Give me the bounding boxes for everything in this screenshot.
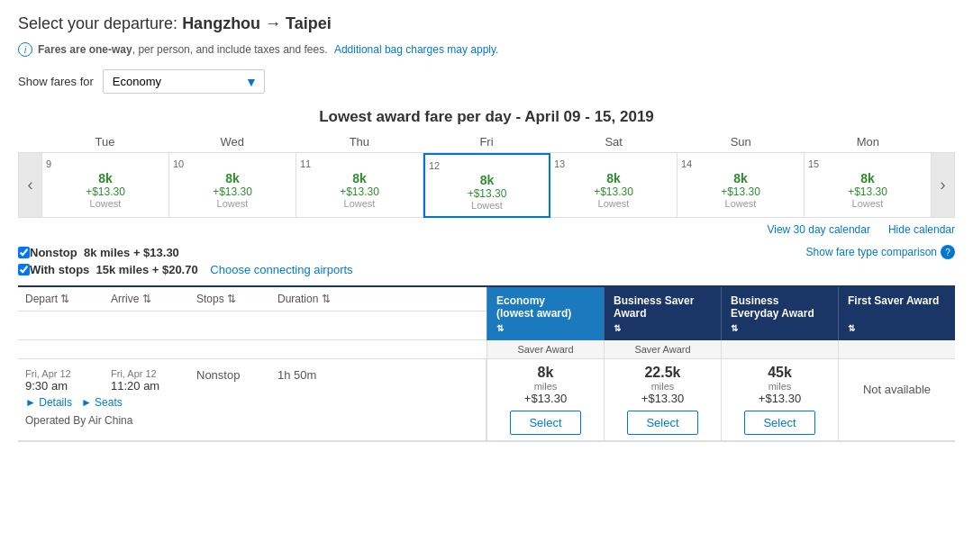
fares-label: Show fares for — [18, 75, 94, 88]
cal-cell-14[interactable]: 14 8k +$13.30 Lowest — [677, 153, 805, 218]
sub-header-economy-award: Saver Award — [486, 340, 604, 359]
bag-charges-link[interactable]: Additional bag charges may apply. — [334, 43, 499, 56]
cal-cell-10[interactable]: 10 8k +$13.30 Lowest — [169, 153, 296, 218]
page-container: Select your departure: Hangzhou → Taipei… — [0, 0, 973, 456]
view-30-day-link[interactable]: View 30 day calendar — [767, 223, 870, 236]
connecting-airports-link[interactable]: Choose connecting airports — [210, 263, 352, 276]
economy-col-title: Economy (lowest award) — [496, 294, 595, 320]
economy-select-button[interactable]: Select — [510, 411, 580, 435]
calendar-title: Lowest award fare per day - April 09 - 1… — [18, 108, 955, 126]
business-saver-fare-cell: 22.5k miles +$13.30 Select — [604, 359, 721, 441]
info-icon: i — [18, 42, 32, 57]
duration-col-label[interactable]: Duration ⇅ — [277, 293, 377, 305]
depart-time: 9:30 am — [25, 379, 111, 393]
with-stops-filter-row: With stops 15k miles + $20.70 Choose con… — [18, 263, 955, 276]
with-stops-value: 15k miles + $20.70 — [96, 263, 198, 276]
details-link[interactable]: ► Details — [25, 396, 72, 409]
cal-day-tue: Tue — [41, 135, 168, 149]
nonstop-value: 8k miles + $13.30 — [84, 246, 179, 259]
cal-day-sat: Sat — [550, 135, 677, 149]
beveryday-miles: 45k — [759, 365, 801, 381]
col-header-business-saver: Business Saver Award ⇅ — [604, 287, 721, 340]
beveryday-col-title: Business Everyday Award — [731, 294, 829, 320]
with-stops-label: With stops — [30, 263, 89, 276]
beveryday-sort[interactable]: ⇅ — [731, 323, 829, 333]
cal-nav-left[interactable]: ‹ — [19, 153, 42, 218]
nonstop-label: Nonstop — [30, 246, 77, 259]
fares-row: Show fares for Economy Business First ▼ — [18, 69, 955, 94]
bsaver-col-title: Business Saver Award — [614, 294, 712, 320]
calendar-days-header: Tue Wed Thu Fri Sat Sun Mon — [18, 135, 955, 149]
with-stops-checkbox[interactable] — [18, 264, 30, 275]
cal-day-wed: Wed — [168, 135, 296, 149]
operated-by: Operated By Air China — [25, 414, 478, 427]
economy-miles-unit: miles — [524, 381, 567, 392]
cal-cell-13[interactable]: 13 8k +$13.30 Lowest — [550, 153, 677, 218]
title-prefix: Select your departure: — [18, 14, 177, 32]
bsaver-sort[interactable]: ⇅ — [614, 323, 712, 333]
economy-sort[interactable]: ⇅ — [496, 323, 595, 333]
flight-info-cell: Fri, Apr 12 9:30 am Fri, Apr 12 11:20 am… — [18, 359, 486, 441]
help-icon[interactable]: ? — [941, 245, 955, 259]
economy-fare-cell: 8k miles +$13.30 Select — [486, 359, 604, 441]
beveryday-select-button[interactable]: Select — [744, 411, 814, 435]
col-header-business-everyday: Business Everyday Award ⇅ — [721, 287, 838, 340]
cal-day-mon: Mon — [805, 135, 932, 149]
cal-nav-right-placeholder — [932, 135, 955, 149]
cal-cell-11[interactable]: 11 8k +$13.30 Lowest — [296, 153, 423, 218]
calendar-links: View 30 day calendar Hide calendar — [18, 223, 955, 236]
flight-duration: 1h 50m — [277, 368, 377, 382]
fare-comparison-label: Show fare type comparison — [806, 246, 937, 258]
flight-details: ► Details ► Seats — [25, 396, 478, 409]
arrive-time: 11:20 am — [111, 379, 196, 393]
fsaver-col-title: First Saver Award — [848, 294, 946, 307]
sub-header-flight-info — [18, 340, 486, 359]
first-saver-not-available: Not available — [856, 365, 938, 414]
sub-header-beveryday-award — [721, 340, 838, 359]
beveryday-miles-unit: miles — [759, 381, 801, 392]
info-text: Fares are one-way, per person, and inclu… — [38, 43, 498, 56]
stops-col-label[interactable]: Stops ⇅ — [196, 293, 277, 305]
fare-comparison-link[interactable]: Show fare type comparison ? — [806, 245, 955, 259]
depart-col-label[interactable]: Depart ⇅ — [25, 293, 111, 305]
col-header-first-saver: First Saver Award ⇅ — [838, 287, 955, 340]
bsaver-miles: 22.5k — [641, 365, 684, 381]
fares-select-wrapper: Economy Business First ▼ — [103, 69, 265, 94]
cal-cell-12[interactable]: 12 8k +$13.30 Lowest — [423, 153, 550, 218]
flight-depart: Fri, Apr 12 9:30 am — [25, 368, 111, 393]
cal-nav-right[interactable]: › — [932, 153, 955, 218]
col-header-economy: Economy (lowest award) ⇅ — [486, 287, 604, 340]
cal-nav-left-placeholder — [18, 135, 41, 149]
bsaver-select-button[interactable]: Select — [627, 411, 697, 435]
flight-row-main: Fri, Apr 12 9:30 am Fri, Apr 12 11:20 am… — [25, 368, 478, 393]
beveryday-fee: +$13.30 — [759, 392, 801, 405]
cal-cell-15[interactable]: 15 8k +$13.30 Lowest — [805, 153, 932, 218]
info-bar: i Fares are one-way, per person, and inc… — [18, 42, 955, 57]
cal-cell-9[interactable]: 9 8k +$13.30 Lowest — [42, 153, 169, 218]
results-table: Depart ⇅ Arrive ⇅ Stops ⇅ Duration ⇅ Eco… — [18, 285, 955, 441]
flight-stops: Nonstop — [196, 368, 277, 382]
nonstop-checkbox[interactable] — [18, 247, 30, 258]
sub-header-fsaver-award — [838, 340, 955, 359]
page-title: Select your departure: Hangzhou → Taipei — [18, 14, 955, 33]
bsaver-fee: +$13.30 — [641, 392, 684, 405]
fsaver-sort[interactable]: ⇅ — [848, 323, 946, 333]
hide-calendar-link[interactable]: Hide calendar — [888, 223, 955, 236]
section-divider — [18, 441, 955, 442]
seats-link[interactable]: ► Seats — [81, 396, 123, 409]
flight-arrive: Fri, Apr 12 11:20 am — [111, 368, 196, 393]
col-header-empty: Depart ⇅ Arrive ⇅ Stops ⇅ Duration ⇅ — [18, 287, 486, 340]
route: Hangzhou → Taipei — [182, 14, 332, 32]
economy-fee: +$13.30 — [524, 392, 567, 405]
sub-header-bsaver-award: Saver Award — [604, 340, 721, 359]
fares-select[interactable]: Economy Business First — [103, 69, 265, 94]
arrive-col-label[interactable]: Arrive ⇅ — [111, 293, 196, 305]
cal-day-fri: Fri — [423, 135, 550, 149]
depart-col-headers: Depart ⇅ Arrive ⇅ Stops ⇅ Duration ⇅ — [18, 287, 486, 312]
economy-miles: 8k — [524, 365, 567, 381]
business-everyday-fare-cell: 45k miles +$13.30 Select — [721, 359, 838, 441]
cal-day-sun: Sun — [677, 135, 805, 149]
calendar-cells: ‹ 9 8k +$13.30 Lowest 10 8k +$13.30 Lowe… — [18, 152, 955, 218]
bsaver-miles-unit: miles — [641, 381, 684, 392]
nonstop-filter-row: Nonstop 8k miles + $13.30 Show fare type… — [18, 245, 955, 259]
